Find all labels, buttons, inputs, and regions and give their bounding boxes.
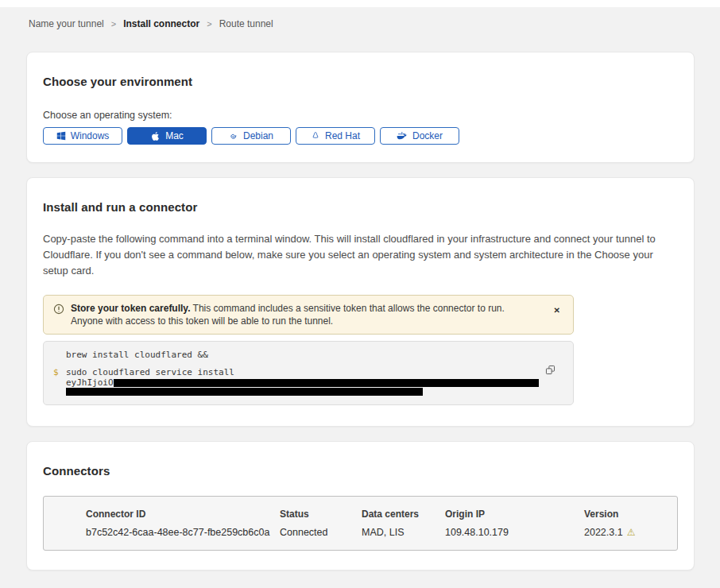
breadcrumb-step-route-tunnel[interactable]: Route tunnel [219, 18, 273, 29]
redacted-token-bar [66, 388, 423, 396]
version-warning-icon: ⚠ [627, 527, 636, 538]
environment-card: Choose your environment Choose an operat… [26, 52, 695, 163]
install-card-description: Copy-paste the following command into a … [43, 231, 678, 279]
column-header-version: Version [584, 509, 664, 520]
token-warning-banner: Store your token carefully. This command… [43, 295, 574, 335]
token-prefix: eyJhIjoiO [66, 378, 114, 387]
breadcrumb-step-install-connector[interactable]: Install connector [123, 18, 199, 29]
os-button-mac[interactable]: Mac [127, 127, 207, 145]
connector-origin-ip-value: 109.48.10.179 [445, 527, 584, 538]
terminal-prompt: $ [53, 367, 59, 377]
breadcrumb-step-name-tunnel[interactable]: Name your tunnel [29, 18, 104, 29]
top-header-edge [0, 0, 720, 7]
docker-icon [397, 131, 408, 141]
os-button-label: Docker [412, 130, 443, 141]
os-button-windows[interactable]: Windows [43, 127, 122, 145]
close-icon[interactable]: ✕ [554, 307, 560, 315]
os-button-redhat[interactable]: Red Hat [296, 127, 375, 145]
install-card-title: Install and run a connector [43, 200, 678, 214]
windows-icon [56, 131, 66, 141]
debian-icon [229, 131, 238, 141]
connector-status-value: Connected [280, 527, 362, 538]
redhat-icon [311, 131, 320, 141]
connectors-table: Connector ID Status Data centers Origin … [43, 496, 678, 551]
os-button-group: Windows Mac Debian Red Hat [43, 127, 678, 145]
code-line-token: eyJhIjoiO [66, 378, 541, 387]
breadcrumb: Name your tunnel > Install connector > R… [29, 18, 720, 29]
alert-circle-icon [53, 304, 64, 318]
connector-id-value: b7c52c42-6caa-48ee-8c77-fbe259cb6c0a [86, 527, 280, 538]
os-button-label: Mac [165, 130, 184, 141]
column-header-connector-id: Connector ID [86, 509, 280, 520]
os-button-docker[interactable]: Docker [380, 127, 459, 145]
breadcrumb-separator: > [207, 19, 211, 29]
os-button-label: Red Hat [325, 130, 360, 141]
token-warning-title: Store your token carefully. [71, 303, 191, 314]
breadcrumb-separator: > [111, 19, 116, 29]
code-line-brew: brew install cloudflared && [66, 350, 541, 360]
os-button-label: Windows [71, 130, 110, 141]
environment-card-title: Choose your environment [43, 75, 678, 88]
connector-data-centers-value: MAD, LIS [362, 527, 445, 538]
redacted-token-bar [114, 379, 539, 387]
column-header-origin-ip: Origin IP [445, 509, 584, 520]
connectors-card: Connectors Connector ID Status Data cent… [26, 441, 695, 571]
install-connector-card: Install and run a connector Copy-paste t… [26, 177, 695, 427]
install-command-code-block: brew install cloudflared && $sudo cloudf… [43, 341, 574, 405]
connectors-card-title: Connectors [43, 464, 678, 478]
copy-icon[interactable] [545, 365, 555, 377]
column-header-data-centers: Data centers [362, 509, 445, 520]
connector-version-value: 2022.3.1 ⚠ [584, 527, 664, 538]
os-button-label: Debian [243, 130, 273, 141]
column-header-status: Status [280, 509, 362, 520]
code-line-service-install: $sudo cloudflared service install [66, 367, 541, 377]
os-button-debian[interactable]: Debian [211, 127, 291, 145]
os-select-label: Choose an operating system: [43, 110, 678, 121]
apple-icon [150, 131, 161, 141]
token-warning-text: Store your token carefully. This command… [71, 302, 563, 327]
